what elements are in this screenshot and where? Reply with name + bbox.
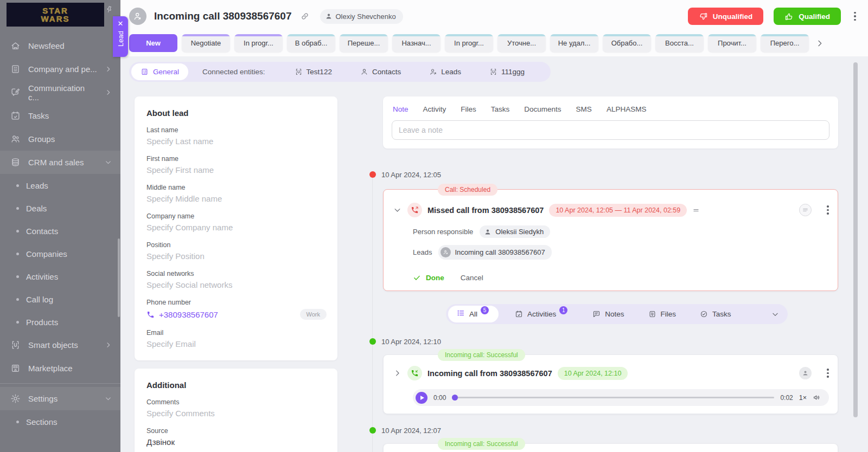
seek-bar[interactable] [452, 397, 774, 398]
field-placeholder[interactable]: Specify Position [146, 251, 327, 261]
header-kebab-menu[interactable] [854, 12, 856, 21]
sidebar-item-newsfeed[interactable]: Newsfeed [0, 34, 120, 57]
sidebar-item-groups[interactable]: Groups [0, 127, 120, 151]
stage-naznach[interactable]: Назнач... [392, 34, 441, 52]
lead-details-column: About lead Last name Specify Last name F… [135, 96, 337, 452]
field-placeholder[interactable]: Specify Middle name [146, 194, 327, 203]
stage-negotiate[interactable]: Negotiate [182, 34, 230, 52]
sidebar-item-call-log[interactable]: Call log [0, 288, 120, 311]
tab-sms[interactable]: SMS [576, 105, 592, 113]
field-value[interactable]: Дзвінок [146, 437, 327, 447]
responsible-avatar[interactable] [799, 204, 812, 216]
filter-tasks[interactable]: Tasks [700, 310, 731, 318]
tab-tasks[interactable]: Tasks [491, 105, 510, 113]
unqualified-button[interactable]: Unqualified [688, 8, 764, 25]
filter-all[interactable]: All 5 [448, 306, 499, 322]
stage-pereshe[interactable]: Переше... [340, 34, 388, 52]
lead-tab-label: Lead [117, 31, 125, 47]
field-placeholder[interactable]: Specify Email [146, 339, 327, 348]
sidebar-item-crm[interactable]: CRM and sales [0, 151, 120, 174]
stage-label: Прочит... [718, 39, 746, 47]
phone-value[interactable]: +380938567607 [159, 310, 218, 319]
card-kebab-menu[interactable] [827, 205, 829, 215]
copy-link-icon[interactable] [301, 12, 309, 21]
tab-label: 111ggg [501, 68, 525, 76]
tab-111ggg[interactable]: 111ggg [489, 68, 525, 76]
description-icon[interactable] [692, 206, 700, 214]
pin-sidebar-icon[interactable] [103, 4, 114, 17]
sidebar-item-companies[interactable]: Companies [0, 242, 120, 265]
tab-note[interactable]: Note [393, 105, 409, 113]
sidebar-item-deals[interactable]: Deals [0, 197, 120, 219]
field-placeholder[interactable]: Specify Company name [146, 223, 327, 232]
field-placeholder[interactable]: Specify Social networks [146, 280, 327, 289]
tab-general[interactable]: General [131, 63, 188, 80]
seek-thumb[interactable] [452, 395, 458, 401]
sidebar-item-products[interactable]: Products [0, 311, 120, 333]
sidebar-item-smart-objects[interactable]: Smart objects [0, 333, 120, 357]
sidebar-item-company[interactable]: Company and pe... [0, 57, 120, 81]
done-button[interactable]: Done [413, 274, 444, 282]
filter-notes[interactable]: Notes [592, 310, 624, 318]
entity-tabs-bar: General Connected entities: Test122 Cont… [129, 62, 551, 82]
stage-label: In progr... [454, 39, 484, 47]
stage-in-progress-2[interactable]: In progr... [445, 34, 493, 52]
sidebar-item-communications[interactable]: Communication c... [0, 81, 120, 104]
sidebar-item-label: CRM and sales [28, 158, 84, 167]
stage-prochit[interactable]: Прочит... [708, 34, 756, 52]
filter-activities[interactable]: Activities 1 [515, 310, 569, 318]
sidebar-item-label: Newsfeed [28, 41, 65, 50]
field-placeholder[interactable]: Specify Comments [146, 409, 327, 418]
field-label: Position [146, 241, 327, 249]
stage-new[interactable]: New [129, 34, 177, 52]
stage-utochne[interactable]: Уточне... [497, 34, 546, 52]
person-chip[interactable]: Oleksii Siedykh [480, 225, 550, 238]
tab-leads[interactable]: Leads [429, 68, 461, 76]
filter-files[interactable]: Files [648, 310, 676, 318]
stage-perego[interactable]: Перего... [761, 34, 809, 52]
stage-v-obrab[interactable]: В обраб... [287, 34, 335, 52]
stage-vossta[interactable]: Восста... [655, 34, 704, 52]
playback-rate[interactable]: 1× [799, 394, 807, 402]
stage-in-progress-1[interactable]: In progr... [234, 34, 283, 52]
tab-files[interactable]: Files [461, 105, 476, 113]
sidebar-item-settings[interactable]: Settings [0, 387, 120, 410]
sidebar-item-marketplace[interactable]: Marketplace [0, 357, 120, 380]
stage-ne-udal[interactable]: Не удал... [550, 34, 598, 52]
sidebar-item-activities[interactable]: Activities [0, 265, 120, 288]
owner-name: Olexiy Shevchenko [336, 12, 396, 21]
cancel-button[interactable]: Cancel [461, 274, 483, 282]
stages-overflow-chevron[interactable] [815, 39, 824, 48]
close-icon[interactable]: ✕ [118, 20, 124, 27]
owner-chip[interactable]: Olexiy Shevchenko [320, 9, 403, 24]
qualified-button[interactable]: Qualified [774, 8, 841, 25]
sidebar-item-sections[interactable]: Sections [0, 410, 120, 433]
field-placeholder[interactable]: Specify Last name [146, 137, 327, 146]
field-middle-name: Middle name Specify Middle name [146, 184, 327, 203]
tab-activity[interactable]: Activity [423, 105, 446, 113]
tab-contacts[interactable]: Contacts [360, 68, 401, 76]
sidebar-item-tasks[interactable]: Tasks [0, 104, 120, 127]
collapse-chevron-icon[interactable] [393, 206, 402, 214]
lead-chip[interactable]: Incoming call 380938567607 [438, 245, 551, 260]
expand-chevron-icon[interactable] [393, 369, 402, 377]
sidebar-scrollbar[interactable] [118, 238, 120, 317]
play-button[interactable] [416, 392, 427, 404]
stage-obrabo[interactable]: Обрабо... [603, 34, 651, 52]
responsible-avatar[interactable] [799, 367, 812, 379]
sidebar-item-label: Companies [26, 249, 67, 259]
note-input[interactable] [392, 120, 829, 140]
tab-test122[interactable]: Test122 [295, 68, 332, 76]
tab-alphasms[interactable]: ALPHASMS [607, 105, 647, 113]
filter-expand-chevron[interactable] [771, 311, 779, 318]
tab-documents[interactable]: Documents [524, 105, 561, 113]
lead-slideout-tab[interactable]: ✕ Lead [113, 16, 128, 57]
sidebar-item-leads[interactable]: Leads [0, 174, 120, 197]
main-scrollbar[interactable] [853, 62, 858, 417]
volume-icon[interactable] [813, 393, 821, 402]
workspace-logo[interactable]: STAR WARS [7, 3, 104, 27]
field-company-name: Company name Specify Company name [146, 212, 327, 232]
card-kebab-menu[interactable] [827, 369, 829, 378]
sidebar-item-contacts[interactable]: Contacts [0, 219, 120, 242]
field-placeholder[interactable]: Specify First name [146, 165, 327, 175]
